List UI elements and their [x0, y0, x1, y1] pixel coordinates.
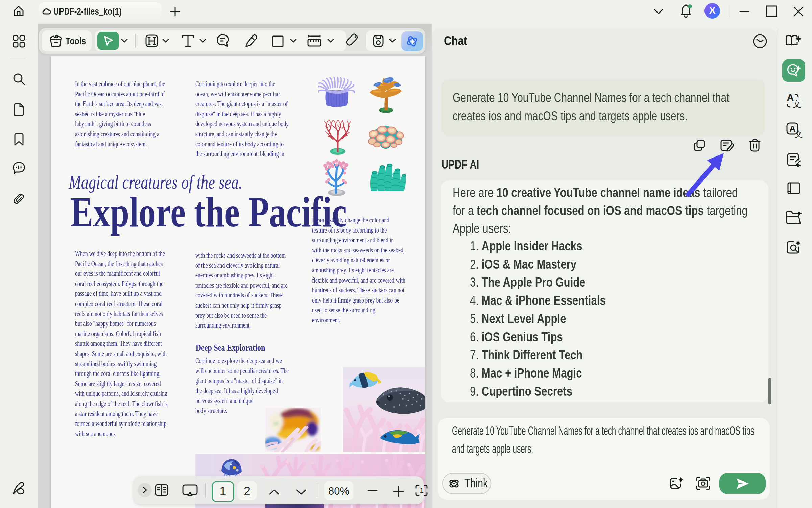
svg-text:文: 文	[793, 99, 802, 109]
svg-text:文: 文	[795, 129, 802, 138]
svg-text:1: 1	[420, 487, 423, 494]
